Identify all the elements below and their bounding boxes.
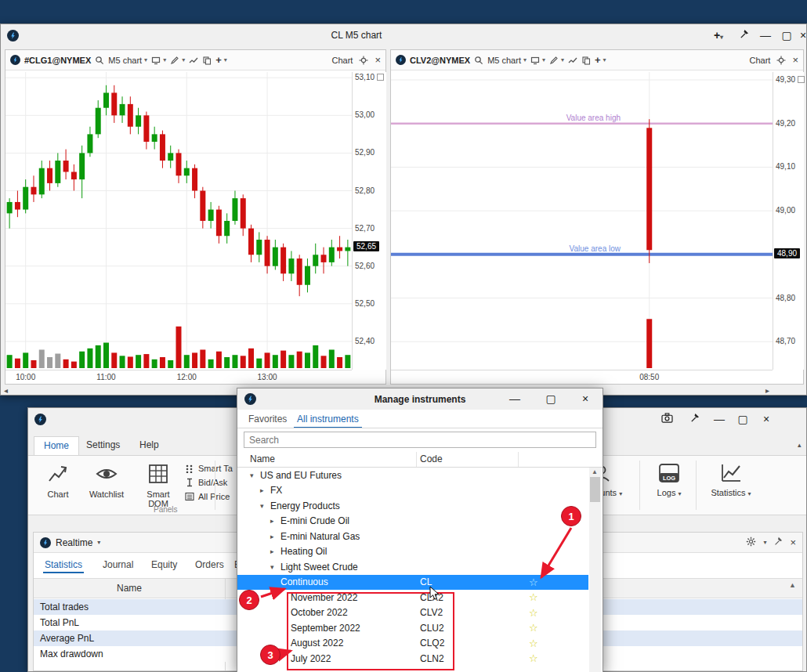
pin-button[interactable] bbox=[686, 411, 702, 427]
price-axis[interactable]: 49,3049,2049,1049,0048,9048,8048,7048,90 bbox=[773, 72, 804, 370]
symbol-label[interactable]: CLV2@NYMEX bbox=[410, 56, 470, 65]
list-column-headers[interactable]: Name Code bbox=[237, 452, 603, 468]
chevron-down-icon[interactable]: ▾ bbox=[763, 539, 766, 546]
logs-button[interactable]: LOG Logs ▾ bbox=[646, 460, 693, 511]
account-selector[interactable]: Realtime bbox=[56, 537, 92, 548]
minimize-button[interactable]: — bbox=[711, 411, 727, 427]
scroll-up-icon[interactable]: ▲ bbox=[789, 581, 796, 589]
clone-chart-icon[interactable] bbox=[581, 56, 591, 65]
tab-statistics[interactable]: Statistics bbox=[43, 558, 84, 573]
search-icon[interactable] bbox=[95, 56, 104, 65]
time-axis[interactable]: 08:50 bbox=[391, 370, 773, 384]
chart-button[interactable]: Chart bbox=[36, 460, 80, 511]
expand-arrow-icon[interactable]: ▸ bbox=[270, 547, 280, 555]
close-panel-icon[interactable]: × bbox=[792, 54, 798, 66]
dialog-scrollbar[interactable]: ▲ bbox=[589, 468, 601, 672]
scrollbar-thumb[interactable] bbox=[590, 477, 600, 502]
add-indicator-icon[interactable]: + bbox=[595, 54, 601, 66]
collapse-arrow-icon[interactable]: ▾ bbox=[250, 471, 260, 479]
maximize-button[interactable]: ▢ bbox=[779, 27, 794, 43]
scroll-right-icon[interactable]: ▸ bbox=[765, 386, 769, 395]
column-header-code[interactable]: Code bbox=[420, 453, 443, 464]
collapse-arrow-icon[interactable]: ▾ bbox=[260, 502, 270, 510]
close-button[interactable]: × bbox=[577, 391, 593, 406]
close-button[interactable]: × bbox=[758, 411, 774, 427]
bid-ask-button[interactable]: Bid/Ask bbox=[185, 476, 241, 489]
time-axis[interactable]: 10:0011:0012:0013:00 bbox=[5, 370, 352, 384]
smart-tape-button[interactable]: Smart Ta bbox=[185, 462, 241, 475]
close-panel-icon[interactable]: × bbox=[375, 54, 381, 66]
timeframe-selector[interactable]: M5 chart bbox=[487, 56, 521, 65]
instrument-row[interactable]: ▸E-mini Crude Oil bbox=[237, 514, 588, 529]
price-axis[interactable]: 53,1053,0052,9052,8052,7052,6052,5052,40… bbox=[352, 72, 386, 370]
add-indicator-icon[interactable]: + bbox=[215, 54, 222, 66]
search-input[interactable] bbox=[244, 432, 596, 448]
favorite-star-icon[interactable]: ☆ bbox=[529, 638, 538, 649]
maximize-button[interactable]: ▢ bbox=[735, 411, 751, 427]
instrument-row[interactable]: ▸FX bbox=[237, 483, 588, 499]
chart-plot-clv2[interactable]: Value area highValue area low bbox=[391, 72, 773, 370]
instrument-row[interactable]: ▸Heating Oil bbox=[237, 544, 588, 560]
instrument-row[interactable]: ▸E-mini Natural Gas bbox=[237, 529, 588, 544]
gear-icon[interactable] bbox=[746, 537, 756, 549]
crosshair-icon[interactable] bbox=[359, 56, 368, 65]
instrument-row[interactable]: ▾Light Sweet Crude bbox=[237, 559, 588, 575]
templates-icon[interactable] bbox=[151, 56, 161, 65]
instrument-row[interactable]: ▾US and EU Futures bbox=[237, 468, 588, 483]
maximize-button[interactable]: ▢ bbox=[543, 391, 559, 406]
expand-arrow-icon[interactable]: ▸ bbox=[270, 533, 280, 540]
axis-settings-icon[interactable] bbox=[377, 74, 384, 81]
indicators-icon[interactable] bbox=[189, 56, 198, 65]
panel-type-label[interactable]: Chart bbox=[750, 56, 771, 65]
drawing-tools-icon[interactable] bbox=[170, 56, 179, 65]
chart-window-titlebar[interactable]: CL M5 chart +▾ — ▢ × bbox=[1, 24, 806, 46]
column-header-name[interactable]: Name bbox=[34, 583, 225, 594]
scroll-up-icon[interactable]: ▲ bbox=[592, 468, 598, 475]
ribbon-collapse-icon[interactable]: ▴ bbox=[798, 441, 802, 449]
instrument-row[interactable]: ▾Energy Products bbox=[237, 498, 588, 514]
search-icon[interactable] bbox=[474, 56, 483, 65]
smart-dom-button[interactable]: SmartDOM bbox=[136, 460, 180, 511]
expand-arrow-icon[interactable]: ▸ bbox=[260, 486, 270, 494]
minimize-button[interactable]: — bbox=[507, 391, 523, 406]
close-panel-icon[interactable]: × bbox=[790, 537, 796, 548]
statistics-button[interactable]: Statistics ▾ bbox=[704, 460, 758, 511]
pin-icon[interactable] bbox=[773, 537, 783, 548]
indicators-icon[interactable] bbox=[568, 56, 577, 65]
all-price-button[interactable]: All Price bbox=[185, 490, 241, 503]
chart-plot-clg1[interactable] bbox=[5, 72, 352, 370]
add-panel-button[interactable]: +▾ bbox=[711, 27, 726, 45]
tab-favorites[interactable]: Favorites bbox=[245, 411, 290, 427]
axis-settings-icon[interactable] bbox=[798, 76, 805, 83]
favorite-star-icon[interactable]: ☆ bbox=[529, 623, 538, 633]
panel-type-label[interactable]: Chart bbox=[332, 56, 353, 65]
minimize-button[interactable]: — bbox=[758, 27, 773, 43]
favorite-star-icon[interactable]: ☆ bbox=[529, 653, 538, 663]
favorite-star-icon[interactable]: ☆ bbox=[529, 592, 538, 602]
symbol-label[interactable]: #CLG1@NYMEX bbox=[24, 56, 91, 65]
pin-button[interactable] bbox=[736, 27, 751, 43]
screenshot-button[interactable] bbox=[659, 411, 675, 427]
ribbon-tab-settings[interactable]: Settings bbox=[77, 436, 129, 456]
timeframe-selector[interactable]: M5 chart bbox=[108, 56, 142, 65]
tab-all-instruments[interactable]: All instruments bbox=[294, 411, 362, 428]
close-button[interactable]: × bbox=[795, 27, 807, 43]
favorite-star-icon[interactable]: ☆ bbox=[529, 577, 538, 587]
crosshair-icon[interactable] bbox=[776, 56, 786, 65]
expand-arrow-icon[interactable]: ▸ bbox=[270, 517, 280, 525]
tab-orders[interactable]: Orders bbox=[194, 558, 226, 572]
instrument-row[interactable]: ContinuousCL☆ bbox=[237, 575, 588, 591]
collapse-arrow-icon[interactable]: ▾ bbox=[270, 563, 280, 571]
ribbon-tab-help[interactable]: Help bbox=[130, 436, 168, 456]
clone-chart-icon[interactable] bbox=[202, 56, 212, 65]
scroll-left-icon[interactable]: ◂ bbox=[4, 386, 8, 395]
drawing-tools-icon[interactable] bbox=[549, 56, 559, 65]
tab-equity[interactable]: Equity bbox=[150, 558, 179, 572]
watchlist-button[interactable]: Watchlist bbox=[85, 460, 128, 511]
dialog-titlebar[interactable]: Manage instruments — ▢ × bbox=[237, 388, 603, 410]
column-header-name[interactable]: Name bbox=[250, 453, 275, 464]
templates-icon[interactable] bbox=[530, 56, 540, 65]
tab-journal[interactable]: Journal bbox=[101, 558, 135, 572]
favorite-star-icon[interactable]: ☆ bbox=[529, 608, 538, 618]
ribbon-tab-home[interactable]: Home bbox=[34, 436, 79, 456]
